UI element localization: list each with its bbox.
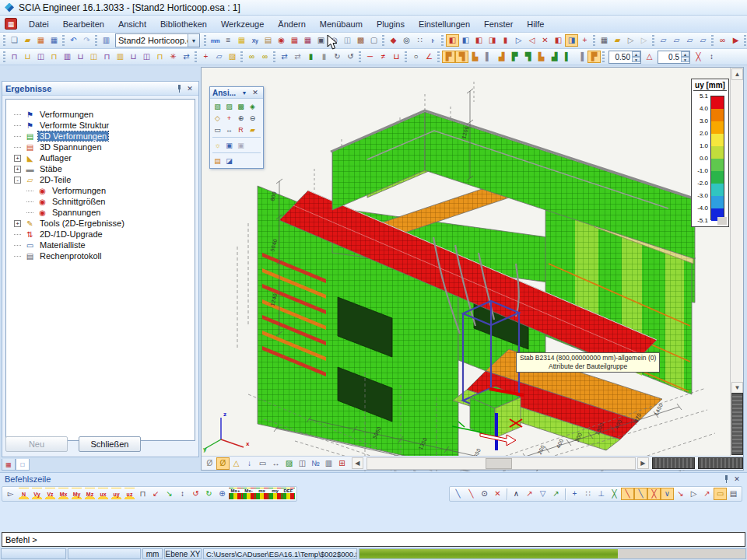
panel-tool-2-icon[interactable]: ▜ xyxy=(455,51,468,63)
command-input[interactable]: Befehl > xyxy=(2,532,745,547)
results-table-icon[interactable]: ▦ xyxy=(288,34,301,47)
activity-filter-9-icon[interactable]: ◧ xyxy=(552,34,565,47)
diagram-my-icon[interactable]: my xyxy=(268,488,282,500)
window-cascade-icon[interactable]: ▱ xyxy=(657,34,670,47)
tree-item-tools2dergebnisse[interactable]: +✎Tools (2D-Ergebnisse) xyxy=(6,218,195,229)
activity-filter-4-icon[interactable]: ◨ xyxy=(486,34,499,47)
rotate-cw-icon[interactable]: ↻ xyxy=(331,51,344,63)
cs-display-4-icon[interactable]: ⊓ xyxy=(47,51,61,63)
camera-off-icon[interactable]: ▣ xyxy=(235,139,247,151)
window-tile-icon[interactable]: ▱ xyxy=(670,34,683,47)
gallery-icon[interactable]: ◫ xyxy=(341,34,354,47)
spin-up-icon[interactable]: ▲ xyxy=(632,51,640,57)
activity-filter-8-icon[interactable]: ✕ xyxy=(538,34,552,47)
mesh-icon[interactable]: ◉ xyxy=(275,34,288,47)
toolbar-grip[interactable] xyxy=(602,51,605,63)
menu-item-bearbeiten[interactable]: Bearbeiten xyxy=(56,17,111,31)
circle-icon[interactable]: ○ xyxy=(409,51,423,63)
link-1-icon[interactable]: ∞ xyxy=(245,51,258,63)
panel-tab-colors[interactable]: ▦ xyxy=(2,459,16,471)
join-icon[interactable]: ↗ xyxy=(549,488,563,500)
fly-mode-icon[interactable]: ▶ xyxy=(729,34,742,47)
tree-item-schnittgren[interactable]: ◉Schnittgrößen xyxy=(6,196,195,207)
view-palette-header[interactable]: Ansi... ▼ ✕ xyxy=(210,87,263,99)
model-3d-view[interactable]: 8005040124012005060135060001200200400300… xyxy=(202,68,745,471)
toolbar-grip[interactable] xyxy=(437,51,440,63)
cs-display-14-icon[interactable]: ⇄ xyxy=(180,51,193,63)
scroll-right-icon[interactable]: ▶ xyxy=(637,457,649,469)
esa-doc-icon[interactable]: ◆ xyxy=(387,34,400,47)
paste-icon[interactable]: ▤ xyxy=(261,34,275,47)
reaction-z-icon[interactable]: ↘ xyxy=(163,488,176,500)
menu-item-hilfe[interactable]: Hilfe xyxy=(520,17,551,31)
cs-display-2-icon[interactable]: ⊔ xyxy=(21,51,34,63)
zoom-window-icon[interactable]: ▭ xyxy=(212,124,223,135)
tree-item-auflager[interactable]: +◣Auflager xyxy=(6,152,195,163)
clip-box-on-icon[interactable]: Ø xyxy=(216,457,230,470)
scale-cross-icon[interactable]: ╳ xyxy=(692,51,705,63)
snap-intersection-off-icon[interactable]: ╳ xyxy=(608,488,621,500)
cs-display-13-icon[interactable]: ✳ xyxy=(167,51,180,63)
dimension-lines-icon[interactable]: ▭ xyxy=(714,488,727,500)
window-close-all-icon[interactable]: ▱ xyxy=(696,34,710,47)
panel-tool-9-icon[interactable]: ▟ xyxy=(548,51,561,63)
tree-item-spannungen[interactable]: ◉Spannungen xyxy=(6,207,195,218)
numbering-icon[interactable]: № xyxy=(309,457,322,470)
panel-tool-6-icon[interactable]: ▛ xyxy=(508,51,521,63)
clip-box-off-icon[interactable]: Ø xyxy=(203,457,216,470)
document-icon[interactable]: ▢ xyxy=(367,34,381,47)
show-supports-icon[interactable]: △ xyxy=(230,457,243,470)
save-icon[interactable]: ▦ xyxy=(47,34,61,47)
toolbar-grip[interactable] xyxy=(273,51,275,63)
activity-filter-10-icon[interactable]: ◨ xyxy=(565,34,578,47)
cursor-snap-icon[interactable]: + xyxy=(568,488,581,500)
results-panel-header[interactable]: Ergebnisse ✕ xyxy=(2,82,198,96)
rotate-ccw-icon[interactable]: ↺ xyxy=(344,51,357,63)
vertex-move-icon[interactable]: ↗ xyxy=(523,488,536,500)
diagram-Mx-plus-icon[interactable]: Mx+ xyxy=(229,488,242,500)
toolbar-grip[interactable] xyxy=(593,35,595,47)
toolbar-grip[interactable] xyxy=(441,35,444,47)
menu-item-menbaum[interactable]: Menübaum xyxy=(313,17,370,31)
close-icon[interactable]: ✕ xyxy=(250,87,261,98)
snap-tangent-icon[interactable]: ↗ xyxy=(700,488,714,500)
section-grid-icon[interactable]: ⊞ xyxy=(335,457,349,470)
chevron-down-icon[interactable]: ▼ xyxy=(239,87,250,98)
spin-down-icon[interactable]: ▼ xyxy=(681,57,689,62)
tree-expander-icon[interactable]: + xyxy=(14,155,21,162)
link-2-icon[interactable]: ∞ xyxy=(258,51,272,63)
member-swap-icon[interactable]: ⇄ xyxy=(278,51,291,63)
circle-center-icon[interactable]: ⊙ xyxy=(478,488,491,500)
cs-display-10-icon[interactable]: ⊔ xyxy=(127,51,140,63)
window-tile-v-icon[interactable]: ▱ xyxy=(683,34,696,47)
panel-tool-3-icon[interactable]: ▙ xyxy=(468,51,482,63)
tree-item-2d1dupgrade[interactable]: ⇅2D-/1D-Upgrade xyxy=(6,229,195,240)
ortho-icon[interactable]: ⊥ xyxy=(594,488,608,500)
spinner-arrows[interactable]: ▲▼ xyxy=(681,51,689,62)
view-axo-icon[interactable]: ◈ xyxy=(247,100,258,112)
cs-display-7-icon[interactable]: ◫ xyxy=(87,51,100,63)
spin-down-icon[interactable]: ▼ xyxy=(632,57,640,62)
cs-display-12-icon[interactable]: ⊓ xyxy=(153,51,167,63)
toolbar-grip[interactable] xyxy=(3,51,5,63)
toolbar-grip[interactable] xyxy=(240,51,243,63)
zoom-all-icon[interactable]: ↔ xyxy=(223,124,235,135)
zoom-selection-icon[interactable]: R xyxy=(235,124,247,135)
picture-icon[interactable]: ▩ xyxy=(354,34,367,47)
cs-display-1-icon[interactable]: ⊓ xyxy=(8,51,21,63)
snap-nearest-icon[interactable]: ∨ xyxy=(661,488,674,500)
hinge-icon[interactable]: ≠ xyxy=(377,51,390,63)
view-zx-icon[interactable]: ▩ xyxy=(235,100,247,112)
light-icon[interactable]: ☼ xyxy=(212,139,223,151)
reaction-vertical-icon[interactable]: ↕ xyxy=(176,488,189,500)
column-on-icon[interactable]: ▮ xyxy=(304,51,317,63)
point-grid-icon[interactable]: ∷ xyxy=(413,34,426,47)
axonometric-icon[interactable]: ◇ xyxy=(212,112,223,124)
rotation-cw-icon[interactable]: ↻ xyxy=(202,488,216,500)
menu-item-fenster[interactable]: Fenster xyxy=(477,17,520,31)
cs-display-6-icon[interactable]: ⊔ xyxy=(74,51,87,63)
chevron-down-icon[interactable]: ▼ xyxy=(188,34,199,47)
view-yz-icon[interactable]: ▨ xyxy=(223,100,235,112)
activity-filter-3-icon[interactable]: ◧ xyxy=(472,34,486,47)
tree-item-3dverformungen[interactable]: ▤3D Verformungen xyxy=(6,131,195,142)
